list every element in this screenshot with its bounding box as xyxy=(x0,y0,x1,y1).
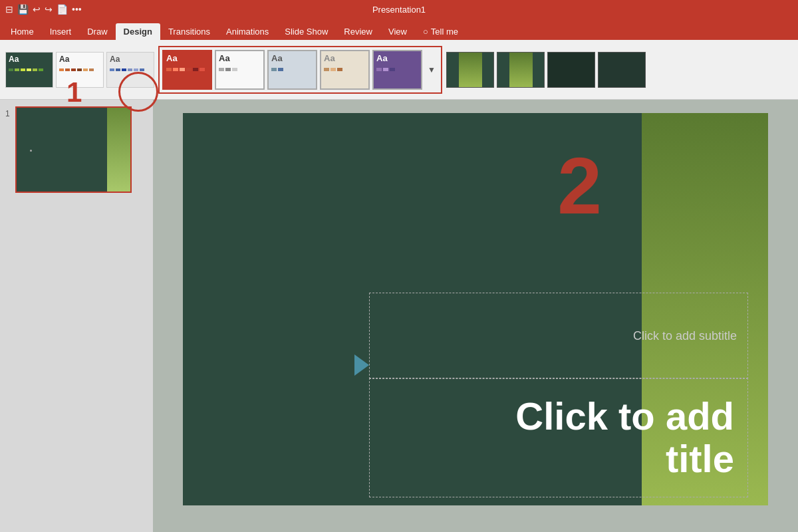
title-placeholder-text[interactable]: Click to addtitle xyxy=(515,395,734,480)
tab-slideshow[interactable]: Slide Show xyxy=(277,23,336,40)
slide-panel: 1 xyxy=(0,100,153,532)
theme-label: Aa xyxy=(164,51,211,65)
step-2-label: 2 xyxy=(557,140,602,231)
theme-right-4[interactable] xyxy=(598,52,646,88)
themes-selected-box: Aa Aa Aa xyxy=(158,46,442,94)
slide-thumb-dot xyxy=(30,150,32,152)
slide-thumb-green-bar xyxy=(107,108,130,192)
theme-thumb-light[interactable]: Aa xyxy=(106,52,154,88)
file-icon[interactable]: 📄 xyxy=(57,4,68,15)
save-icon[interactable]: 💾 xyxy=(17,4,29,15)
title-bar: ⊟ 💾 ↩ ↪ 📄 ••• Presentation1 xyxy=(0,0,798,19)
ribbon-tabs: Home Insert Draw Design Transitions Anim… xyxy=(0,19,798,40)
canvas-area: 2 Click to add subtitle Click to addtitl… xyxy=(153,100,798,532)
tab-animations[interactable]: Animations xyxy=(218,23,277,40)
title-bar-icons: ⊟ 💾 ↩ ↪ 📄 ••• xyxy=(5,4,82,15)
theme-right-3[interactable] xyxy=(547,52,595,88)
theme-selected-2[interactable]: Aa xyxy=(215,50,265,90)
tab-design[interactable]: Design xyxy=(116,23,160,40)
slide-thumbnail-container: 1 xyxy=(5,106,148,193)
theme-selected-purple[interactable]: Aa xyxy=(372,50,422,90)
theme-label: Aa xyxy=(6,53,53,66)
theme-label: Aa xyxy=(269,51,316,65)
theme-selected-3[interactable]: Aa xyxy=(267,50,317,90)
theme-label: Aa xyxy=(107,53,154,66)
title-placeholder-box[interactable]: Click to addtitle xyxy=(369,378,748,497)
slide-number: 1 xyxy=(5,106,10,118)
theme-selected-4[interactable]: Aa xyxy=(320,50,370,90)
tab-insert[interactable]: Insert xyxy=(42,23,80,40)
theme-label: Aa xyxy=(374,51,421,65)
tab-view[interactable]: View xyxy=(380,23,415,40)
search-icon: ○ xyxy=(423,27,428,37)
tab-transitions[interactable]: Transitions xyxy=(160,23,218,40)
theme-group-right xyxy=(446,52,646,88)
theme-thumb-blank[interactable]: Aa xyxy=(56,52,104,88)
more-themes-button[interactable]: ▼ xyxy=(425,50,438,90)
tab-home[interactable]: Home xyxy=(3,23,42,40)
arrow-icon xyxy=(354,354,369,376)
redo-icon[interactable]: ↪ xyxy=(45,4,53,15)
subtitle-placeholder-text[interactable]: Click to add subtitle xyxy=(633,329,737,343)
theme-thumb-darkgreen[interactable]: Aa xyxy=(5,52,53,88)
tab-draw[interactable]: Draw xyxy=(79,23,115,40)
slide-canvas[interactable]: 2 Click to add subtitle Click to addtitl… xyxy=(183,113,768,505)
undo-icon[interactable]: ↩ xyxy=(33,4,41,15)
theme-label: Aa xyxy=(321,51,368,65)
subtitle-placeholder-box[interactable]: Click to add subtitle xyxy=(369,293,748,379)
theme-right-1[interactable] xyxy=(446,52,494,88)
tab-tellme[interactable]: ○ Tell me xyxy=(415,23,466,40)
ribbon-content: 1 Aa Aa xyxy=(0,40,798,100)
theme-label: Aa xyxy=(216,51,263,65)
home-icon[interactable]: ⊟ xyxy=(5,4,13,15)
theme-label: Aa xyxy=(57,53,103,66)
theme-right-2[interactable] xyxy=(497,52,545,88)
main-area: 1 2 Click to add subtitle Click to addti… xyxy=(0,100,798,532)
slide-thumbnail-1[interactable] xyxy=(15,106,132,193)
window-title: Presentation1 xyxy=(372,5,426,15)
tab-review[interactable]: Review xyxy=(336,23,380,40)
theme-selected-red[interactable]: Aa xyxy=(162,50,212,90)
more-icon[interactable]: ••• xyxy=(72,4,82,15)
theme-group-left: Aa Aa Aa xyxy=(5,52,154,88)
